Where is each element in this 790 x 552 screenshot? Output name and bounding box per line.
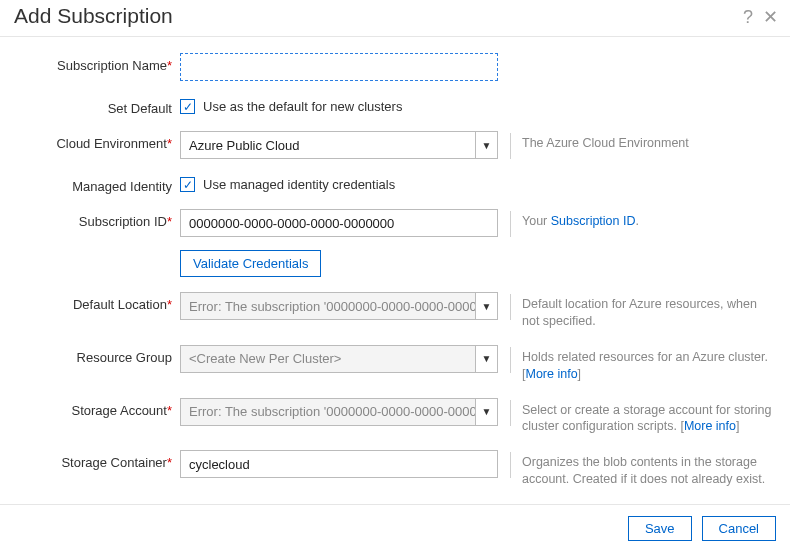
storage-account-label: Storage Account*	[12, 398, 180, 418]
cloud-env-label: Cloud Environment*	[12, 131, 180, 151]
resource-group-help: Holds related resources for an Azure clu…	[522, 345, 778, 383]
subscription-id-label: Subscription ID*	[12, 209, 180, 229]
close-icon[interactable]: ✕	[763, 8, 778, 26]
set-default-checkbox[interactable]: ✓	[180, 99, 195, 114]
default-location-help: Default location for Azure resources, wh…	[522, 292, 778, 330]
chevron-down-icon[interactable]: ▼	[475, 346, 497, 372]
storage-container-help: Organizes the blob contents in the stora…	[522, 450, 778, 488]
default-location-select[interactable]: Error: The subscription '0000000-0000-00…	[180, 292, 498, 320]
add-subscription-dialog: Add Subscription ? ✕ Subscription Name* …	[0, 0, 790, 552]
cloud-env-select[interactable]: Azure Public Cloud ▼	[180, 131, 498, 159]
managed-identity-label: Managed Identity	[12, 174, 180, 194]
dialog-header: Add Subscription ? ✕	[0, 0, 790, 37]
set-default-label: Set Default	[12, 96, 180, 116]
chevron-down-icon[interactable]: ▼	[475, 132, 497, 158]
resource-group-more-info-link[interactable]: More info	[525, 367, 577, 381]
storage-container-label: Storage Container*	[12, 450, 180, 470]
resource-group-label: Resource Group	[12, 345, 180, 365]
resource-group-select[interactable]: <Create New Per Cluster> ▼	[180, 345, 498, 373]
cancel-button[interactable]: Cancel	[702, 516, 776, 541]
storage-account-select[interactable]: Error: The subscription '0000000-0000-00…	[180, 398, 498, 426]
dialog-footer: Save Cancel	[0, 504, 790, 552]
dialog-title: Add Subscription	[14, 4, 173, 28]
validate-credentials-button[interactable]: Validate Credentials	[180, 250, 321, 277]
subscription-id-help: Your Subscription ID.	[522, 209, 778, 230]
storage-account-help: Select or create a storage account for s…	[522, 398, 778, 436]
managed-identity-checkbox[interactable]: ✓	[180, 177, 195, 192]
cloud-env-help: The Azure Cloud Environment	[522, 131, 778, 152]
subscription-id-input[interactable]	[180, 209, 498, 237]
subscription-name-input[interactable]	[180, 53, 498, 81]
storage-container-input[interactable]	[180, 450, 498, 478]
set-default-checkbox-label: Use as the default for new clusters	[203, 99, 402, 114]
form-body: Subscription Name* Set Default ✓ Use as …	[0, 37, 790, 504]
managed-identity-checkbox-label: Use managed identity credentials	[203, 177, 395, 192]
default-location-label: Default Location*	[12, 292, 180, 312]
chevron-down-icon[interactable]: ▼	[475, 399, 497, 425]
help-icon[interactable]: ?	[743, 8, 753, 26]
subscription-id-link[interactable]: Subscription ID	[551, 214, 636, 228]
subscription-name-label: Subscription Name*	[12, 53, 180, 73]
save-button[interactable]: Save	[628, 516, 692, 541]
storage-account-more-info-link[interactable]: More info	[684, 419, 736, 433]
chevron-down-icon[interactable]: ▼	[475, 293, 497, 319]
